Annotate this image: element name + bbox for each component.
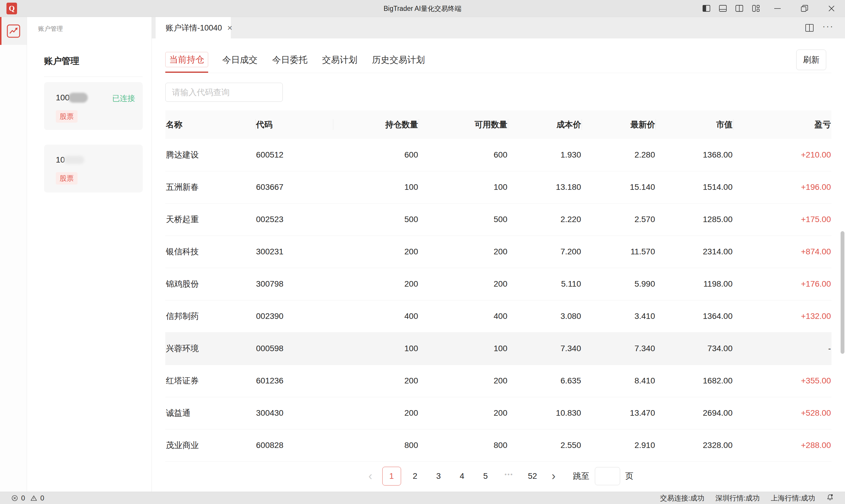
pagination-page-4[interactable]: 4 — [453, 467, 471, 486]
pagination: ‹ 12345•••52 › 跳至 页 — [165, 467, 831, 486]
notification-bell-icon[interactable] — [826, 493, 834, 503]
pagination-page-2[interactable]: 2 — [406, 467, 425, 486]
layout-panel-left-icon[interactable] — [698, 0, 714, 17]
problems-summary[interactable]: 0 0 — [11, 494, 44, 502]
cell-pnl: +528.00 — [733, 397, 831, 429]
table-row[interactable]: 兴蓉环境0005981001007.3407.340734.00- — [165, 332, 831, 365]
cell-last: 2.570 — [582, 203, 656, 236]
cell-last: 8.410 — [582, 365, 656, 397]
titlebar: Q BigTrader AI量化交易终端 — [0, 0, 845, 17]
table-row[interactable]: 红塔证券6012362002006.6358.4101682.00+355.00 — [165, 365, 831, 397]
cell-available: 100 — [419, 332, 508, 365]
cell-available: 200 — [419, 236, 508, 268]
column-header: 成本价 — [508, 110, 582, 139]
document-tab-account-detail[interactable]: 账户详情-10040 × — [156, 17, 231, 38]
more-options-icon[interactable]: ··· — [822, 26, 834, 30]
layout-panel-bottom-icon[interactable] — [714, 0, 731, 17]
jump-page-input[interactable] — [595, 467, 620, 485]
vertical-scrollbar-thumb[interactable] — [841, 231, 844, 354]
cell-market-value: 2694.00 — [656, 397, 733, 429]
cell-pnl: +175.00 — [733, 203, 831, 236]
table-row[interactable]: 五洲新春60366710010013.18015.1401514.00+196.… — [165, 171, 831, 203]
cell-qty: 100 — [333, 171, 419, 203]
cell-cost: 7.340 — [508, 332, 582, 365]
cell-code: 300430 — [256, 397, 333, 429]
view-tab-1[interactable]: 当前持仓 — [165, 52, 208, 67]
table-row[interactable]: 茂业商业6008288008002.5502.9102328.00+288.00 — [165, 429, 831, 462]
pagination-page-5[interactable]: 5 — [476, 467, 495, 486]
column-header: 持仓数量 — [333, 110, 419, 139]
cell-market-value: 2328.00 — [656, 429, 733, 462]
sidebar: 账户管理 账户管理 100 已连接 股票 10 股票 — [27, 17, 152, 492]
cell-pnl: +176.00 — [733, 268, 831, 300]
table-header-row: 名称代码持仓数量可用数量成本价最新价市值盈亏 — [165, 110, 831, 139]
tabstrip-actions: ··· — [805, 17, 845, 38]
refresh-button[interactable]: 刷新 — [796, 50, 826, 70]
account-card[interactable]: 10 股票 — [44, 145, 143, 193]
restore-button[interactable] — [791, 0, 818, 17]
cell-qty: 600 — [333, 139, 419, 171]
table-row[interactable]: 天桥起重0025235005002.2202.5701285.00+175.00 — [165, 203, 831, 236]
cell-last: 2.910 — [582, 429, 656, 462]
cell-qty: 500 — [333, 203, 419, 236]
cell-code: 603667 — [256, 171, 333, 203]
minimize-button[interactable] — [764, 0, 791, 17]
warning-triangle-icon — [30, 494, 37, 502]
app-title: BigTrader AI量化交易终端 — [384, 4, 462, 13]
pagination-page-3[interactable]: 3 — [429, 467, 448, 486]
cell-market-value: 1514.00 — [656, 171, 733, 203]
view-tab-4[interactable]: 交易计划 — [322, 52, 358, 68]
account-card[interactable]: 100 已连接 股票 — [44, 82, 143, 130]
tabs-row: 当前持仓今日成交今日委托交易计划历史交易计划 刷新 — [165, 49, 831, 73]
cell-available: 800 — [419, 429, 508, 462]
document-tabstrip: 账户详情-10040 × ··· — [152, 17, 845, 38]
table-row[interactable]: 信邦制药0023904004003.0803.4101364.00+132.00 — [165, 300, 831, 332]
main-area: 账户管理 账户管理 100 已连接 股票 10 股票 — [0, 17, 845, 492]
cell-name: 五洲新春 — [165, 171, 256, 203]
cell-code: 000598 — [256, 332, 333, 365]
column-header: 可用数量 — [419, 110, 508, 139]
layout-split-vertical-icon[interactable] — [731, 0, 747, 17]
pagination-next-icon[interactable]: › — [547, 467, 561, 486]
cell-qty: 200 — [333, 365, 419, 397]
cell-code: 300798 — [256, 268, 333, 300]
account-id: 10 — [56, 155, 136, 165]
pagination-page-1[interactable]: 1 — [382, 467, 401, 486]
nav-rail-item-accounts[interactable] — [0, 17, 27, 45]
cell-market-value: 2314.00 — [656, 236, 733, 268]
layout-grid-icon[interactable] — [747, 0, 764, 17]
view-tabs: 当前持仓今日成交今日委托交易计划历史交易计划 — [165, 49, 831, 73]
connection-status: 上海行情:成功 — [771, 493, 815, 503]
table-row[interactable]: 锦鸡股份3007982002005.1105.9901198.00+176.00 — [165, 268, 831, 300]
cell-cost: 2.220 — [508, 203, 582, 236]
pagination-prev-icon[interactable]: ‹ — [363, 467, 378, 486]
pagination-page-52[interactable]: 52 — [523, 467, 542, 486]
cell-pnl: +196.00 — [733, 171, 831, 203]
pagination-pages: 12345•••52 — [382, 467, 542, 486]
table-row[interactable]: 银信科技3002312002007.20011.5702314.00+874.0… — [165, 236, 831, 268]
column-header: 盈亏 — [733, 110, 831, 139]
cell-qty: 200 — [333, 397, 419, 429]
window-controls — [698, 0, 845, 17]
pagination-jump: 跳至 页 — [573, 467, 634, 485]
close-button[interactable] — [818, 0, 845, 17]
code-search-input[interactable] — [165, 83, 283, 102]
warning-count: 0 — [40, 494, 44, 502]
view-tab-3[interactable]: 今日委托 — [272, 52, 308, 68]
jump-unit-label: 页 — [625, 471, 634, 482]
table-row[interactable]: 腾达建设6005126006001.9302.2801368.00+210.00 — [165, 139, 831, 171]
view-tab-5[interactable]: 历史交易计划 — [372, 52, 426, 68]
cell-code: 601236 — [256, 365, 333, 397]
cell-cost: 6.635 — [508, 365, 582, 397]
cell-name: 红塔证券 — [165, 365, 256, 397]
statusbar: 0 0 交易连接:成功深圳行情:成功上海行情:成功 — [0, 492, 845, 504]
cell-available: 500 — [419, 203, 508, 236]
cell-pnl: +132.00 — [733, 300, 831, 332]
table-row[interactable]: 诚益通30043020020010.83013.4702694.00+528.0… — [165, 397, 831, 429]
tab-close-icon[interactable]: × — [227, 23, 232, 32]
cell-name: 茂业商业 — [165, 429, 256, 462]
cell-pnl: +210.00 — [733, 139, 831, 171]
split-view-icon[interactable] — [805, 24, 814, 32]
view-tab-2[interactable]: 今日成交 — [222, 52, 258, 68]
cell-code: 300231 — [256, 236, 333, 268]
